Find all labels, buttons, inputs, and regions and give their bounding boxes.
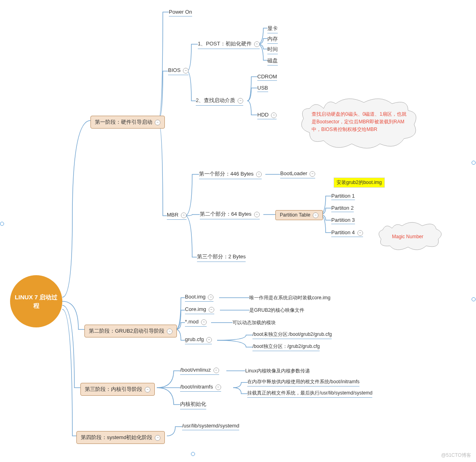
collapse-icon[interactable]: −	[357, 230, 363, 236]
note-init-b: 挂载真正的根文件系统，最后执行/usr/lib/systemd/systemd	[247, 390, 372, 398]
note-coreimg: 是GRUB2的核心映像文件	[249, 307, 304, 314]
node-mod[interactable]: *.mod−	[185, 319, 207, 327]
node-post[interactable]: 1、POST：初始化硬件−	[198, 40, 260, 49]
collapse-icon[interactable]: −	[213, 368, 219, 373]
node-cdrom: CDROM	[257, 74, 277, 81]
dot-icon	[0, 222, 4, 226]
node-grubcfg[interactable]: grub.cfg−	[185, 336, 212, 344]
cloud-magic: Magic Number	[378, 221, 446, 253]
collapse-icon[interactable]: −	[155, 120, 160, 125]
collapse-icon[interactable]: −	[238, 98, 243, 104]
stage4[interactable]: 第四阶段：systemd初始化阶段−	[76, 431, 165, 444]
node-part4[interactable]: Partition 4−	[331, 229, 363, 237]
note-init-a: 在内存中释放供内核使用的根文件系统/boot/initramfs	[247, 378, 359, 386]
collapse-icon[interactable]: −	[155, 435, 160, 441]
collapse-icon[interactable]: −	[313, 213, 318, 218]
cloud-hdd-note: 查找启动硬盘的0磁头、0磁道、1扇区，也就是Bootsector，定位后MBR即…	[300, 96, 420, 153]
highlight-grub: 安装grub2的boot.img	[334, 178, 385, 188]
node-vmlinuz[interactable]: /boot/vmlinuz−	[180, 367, 219, 375]
watermark: @51CTO博客	[441, 452, 471, 459]
dot-icon	[191, 452, 195, 456]
collapse-icon[interactable]: −	[209, 307, 214, 313]
collapse-icon[interactable]: −	[201, 319, 207, 325]
node-mbr-p3: 第三个部分：2 Bytes	[197, 253, 246, 262]
node-mbr[interactable]: MBR−	[167, 212, 187, 220]
node-poweron: Power On	[169, 9, 192, 16]
collapse-icon[interactable]: −	[167, 329, 172, 334]
node-mem: 内存	[267, 35, 278, 44]
dot-icon	[472, 161, 476, 165]
node-mbr-p1[interactable]: 第一个部分：446 Bytes−	[199, 170, 262, 179]
collapse-icon[interactable]: −	[206, 337, 212, 343]
collapse-icon[interactable]: −	[256, 172, 262, 177]
collapse-icon[interactable]: −	[145, 387, 150, 392]
node-hdd[interactable]: HDD−	[257, 112, 277, 119]
note-cfg-b: /boot独立分区：/grub2/grub.cfg	[252, 343, 320, 351]
note-bootimg: 唯一作用是在系统启动时装载core.img	[249, 294, 330, 301]
collapse-icon[interactable]: −	[310, 171, 315, 177]
node-bios[interactable]: BIOS−	[168, 67, 189, 75]
node-coreimg[interactable]: Core.img−	[185, 306, 214, 314]
node-part2: Partiton 2	[331, 205, 354, 212]
note-cfg-a: /boot未独立分区:/boot/grub2/grub.cfg	[252, 331, 332, 339]
collapse-icon[interactable]: −	[271, 112, 277, 118]
collapse-icon[interactable]: −	[183, 68, 189, 74]
collapse-icon[interactable]: −	[208, 294, 213, 300]
node-disk: 磁盘	[267, 57, 278, 65]
note-mod: 可以动态加载的模块	[232, 319, 276, 326]
node-time: 时间	[267, 46, 278, 54]
note-vmlinuz: Linux内核映像及内核参数传递	[245, 368, 310, 374]
node-bootimg[interactable]: Boot.img−	[185, 294, 213, 302]
node-kernelinit: 内核初始化	[180, 401, 206, 409]
node-systemd: /usr/lib/systemd/systemd	[182, 423, 239, 430]
cell-partition-table[interactable]: Partition Table−	[275, 210, 323, 220]
stage2[interactable]: 第二阶段：GRUB2启动引导阶段−	[84, 325, 177, 337]
root-node: LINUX 7 启动过程	[10, 275, 62, 327]
node-initramfs[interactable]: /boot/initramfs−	[180, 384, 221, 392]
stage3[interactable]: 第三阶段：内核引导阶段−	[80, 383, 155, 396]
node-media[interactable]: 2、查找启动介质−	[196, 97, 243, 106]
node-part1: Partition 1	[331, 193, 355, 200]
stage1[interactable]: 第一阶段：硬件引导启动−	[90, 116, 165, 129]
node-part3: Partition 3	[331, 217, 355, 224]
collapse-icon[interactable]: −	[254, 212, 260, 217]
node-gpu: 显卡	[267, 25, 278, 33]
node-mbr-p2[interactable]: 第二个部分：64 Bytes−	[200, 211, 260, 219]
dot-icon	[472, 297, 476, 301]
collapse-icon[interactable]: −	[215, 384, 221, 390]
root-label: LINUX 7 启动过程	[14, 293, 58, 310]
collapse-icon[interactable]: −	[181, 213, 187, 218]
node-usb: USB	[257, 85, 268, 92]
node-bootloader[interactable]: BootLoader−	[280, 170, 315, 178]
collapse-icon[interactable]: −	[254, 41, 260, 47]
